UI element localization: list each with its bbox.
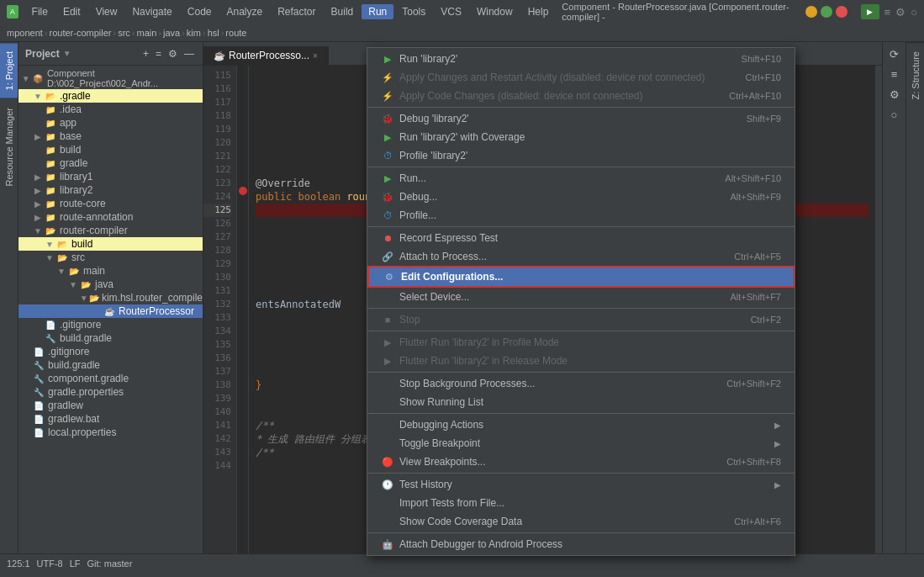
breadcrumb-route[interactable]: route [225, 28, 246, 38]
menu-code[interactable]: Code [181, 4, 219, 19]
tree-item-route-annotation[interactable]: ▶ 📁 route-annotation [18, 210, 203, 224]
right-tool-icon-2[interactable]: ≡ [886, 66, 903, 82]
tree-item-kim-hsl[interactable]: ▼ 📂 kim.hsl.router_compile [18, 291, 203, 304]
tree-item-route-core[interactable]: ▶ 📁 route-core [18, 197, 203, 210]
tree-item-router-processor[interactable]: ☕ RouterProcessor [18, 304, 203, 318]
breadcrumb-hsl[interactable]: hsl [208, 28, 219, 38]
right-tool-icon-1[interactable]: ⟳ [886, 45, 903, 62]
toolbar-icon-1[interactable]: ≡ [884, 6, 891, 19]
right-toolbar: ⟳ ≡ ⚙ ○ [882, 42, 906, 553]
tree-item-router-compiler[interactable]: ▼ 📂 router-compiler [18, 224, 203, 237]
tree-item-base[interactable]: ▶ 📁 base [18, 130, 203, 143]
menu-item-label: Toggle Breakpoint [399, 437, 480, 449]
toolbar-icon-3[interactable]: ○ [911, 6, 917, 19]
sidebar-tab-resource[interactable]: Resource Manager [0, 98, 18, 195]
menu-window[interactable]: Window [470, 4, 520, 19]
scrollbar[interactable] [875, 66, 882, 553]
sidebar-tab-structure[interactable]: Z: Structure [906, 42, 924, 108]
menu-attach-process[interactable]: 🔗 Attach to Process... Ctrl+Alt+F5 [367, 247, 795, 266]
tree-item-build-inner[interactable]: ▼ 📂 build [18, 237, 203, 251]
sync-icon[interactable]: = [154, 46, 163, 61]
menu-attach-debugger[interactable]: 🤖 Attach Debugger to Android Process [367, 535, 795, 553]
tree-item-build-gradle[interactable]: 🔧 build.gradle [18, 331, 203, 345]
menu-run-coverage[interactable]: ▶ Run 'library2' with Coverage [367, 128, 795, 146]
tree-item-main[interactable]: ▼ 📂 main [18, 264, 203, 278]
menu-debugging-actions[interactable]: Debugging Actions ▶ [367, 416, 795, 434]
line-num: 134 [203, 325, 231, 338]
run-button[interactable]: ▶ [861, 4, 879, 19]
breadcrumb-src[interactable]: src [118, 28, 130, 38]
breadcrumb-main[interactable]: main [136, 28, 156, 38]
tree-item-build[interactable]: 📁 build [18, 143, 203, 156]
window-title: Component - RouterProcessor.java [Compon… [562, 2, 791, 22]
breadcrumb-mponent[interactable]: mponent [7, 28, 43, 38]
menu-edit[interactable]: Edit [56, 4, 87, 19]
add-icon[interactable]: + [141, 46, 150, 61]
close-button[interactable] [836, 6, 847, 18]
menu-import-tests[interactable]: Import Tests from File... [367, 494, 795, 512]
menu-debug-library2[interactable]: 🐞 Debug 'library2' Shift+F9 [367, 109, 795, 128]
folder-icon: 📁 [44, 184, 57, 196]
tree-item-java[interactable]: ▼ 📂 java [18, 278, 203, 291]
gradle-icon: 🔧 [44, 332, 57, 344]
stop-bg-icon [381, 377, 394, 390]
maximize-button[interactable] [821, 6, 832, 18]
tree-item-gitignore[interactable]: 📄 .gitignore [18, 318, 203, 331]
tree-item-idea[interactable]: 📁 .idea [18, 103, 203, 116]
menu-record-espresso[interactable]: ⏺ Record Espresso Test [367, 229, 795, 247]
tree-item-gradle-folder[interactable]: 📁 gradle [18, 156, 203, 170]
tree-item-gradlew-bat[interactable]: 📄 gradlew.bat [18, 412, 203, 426]
tree-item-local-properties[interactable]: 📄 local.properties [18, 426, 203, 439]
menu-analyze[interactable]: Analyze [219, 4, 269, 19]
menu-select-device[interactable]: Select Device... Alt+Shift+F7 [367, 288, 795, 306]
menu-view-breakpoints[interactable]: 🔴 View Breakpoints... Ctrl+Shift+F8 [367, 453, 795, 471]
menu-build[interactable]: Build [325, 4, 361, 19]
tree-item-src[interactable]: ▼ 📂 src [18, 251, 203, 264]
menu-edit-configurations[interactable]: ⚙ Edit Configurations... [367, 266, 795, 288]
line-num: 130 [203, 271, 231, 284]
menu-show-coverage[interactable]: Show Code Coverage Data Ctrl+Alt+F6 [367, 512, 795, 531]
settings-icon[interactable]: ⚙ [166, 46, 179, 61]
menu-file[interactable]: File [25, 4, 55, 19]
menu-debug-dots[interactable]: 🐞 Debug... Alt+Shift+F9 [367, 188, 795, 206]
menu-run-library2[interactable]: ▶ Run 'library2' Shift+F10 [367, 50, 795, 68]
right-tool-icon-3[interactable]: ⚙ [886, 86, 903, 103]
right-tool-icon-4[interactable]: ○ [886, 106, 903, 123]
debug-dots-icon: 🐞 [381, 190, 394, 204]
folder-open-icon: 📂 [55, 251, 69, 263]
tree-item-gradle-properties[interactable]: 🔧 gradle.properties [18, 385, 203, 399]
breadcrumb-router-compiler[interactable]: router-compiler [49, 28, 111, 38]
menu-show-running-list[interactable]: Show Running List [367, 393, 795, 411]
menu-toggle-breakpoint[interactable]: Toggle Breakpoint ▶ [367, 434, 795, 453]
tree-item-app[interactable]: 📁 app [18, 116, 203, 130]
menu-profile-library2[interactable]: ⏱ Profile 'library2' [367, 146, 795, 165]
menu-test-history[interactable]: 🕐 Test History ▶ [367, 475, 795, 494]
tree-item-component[interactable]: ▼ 📦 Component D:\002_Project\002_Andr... [18, 67, 203, 89]
breadcrumb-kim[interactable]: kim [187, 28, 201, 38]
sidebar-tab-project[interactable]: 1: Project [0, 42, 18, 98]
menu-run-dots[interactable]: ▶ Run... Alt+Shift+F10 [367, 169, 795, 188]
tree-item-component-gradle[interactable]: 🔧 component.gradle [18, 372, 203, 385]
menu-refactor[interactable]: Refactor [271, 4, 322, 19]
menu-view[interactable]: View [89, 4, 124, 19]
menu-help[interactable]: Help [521, 4, 556, 19]
menu-stop-background[interactable]: Stop Background Processes... Ctrl+Shift+… [367, 374, 795, 393]
tree-item-gradlew[interactable]: 📄 gradlew [18, 399, 203, 412]
minimize-button[interactable] [805, 6, 817, 18]
toolbar-icon-2[interactable]: ⚙ [895, 6, 906, 19]
menu-navigate[interactable]: Navigate [125, 4, 178, 19]
menu-profile-dots[interactable]: ⏱ Profile... [367, 206, 795, 225]
tree-item-root-gitignore[interactable]: 📄 .gitignore [18, 345, 203, 358]
breadcrumb-java[interactable]: java [163, 28, 180, 38]
tree-item-library1[interactable]: ▶ 📁 library1 [18, 170, 203, 183]
tree-item-root-build-gradle[interactable]: 🔧 build.gradle [18, 358, 203, 372]
editor-tab-router-processor[interactable]: ☕ RouterProcesso... × [203, 46, 329, 65]
menu-tools[interactable]: Tools [395, 4, 432, 19]
tree-label: RouterProcessor [119, 305, 194, 317]
tree-item-gradle[interactable]: ▼ 📂 .gradle [18, 89, 203, 103]
minimize-panel-icon[interactable]: — [182, 46, 196, 61]
menu-vcs[interactable]: VCS [434, 4, 468, 19]
project-dropdown-icon[interactable]: ▼ [63, 49, 71, 58]
menu-run[interactable]: Run [362, 4, 393, 19]
tree-item-library2[interactable]: ▶ 📁 library2 [18, 183, 203, 197]
